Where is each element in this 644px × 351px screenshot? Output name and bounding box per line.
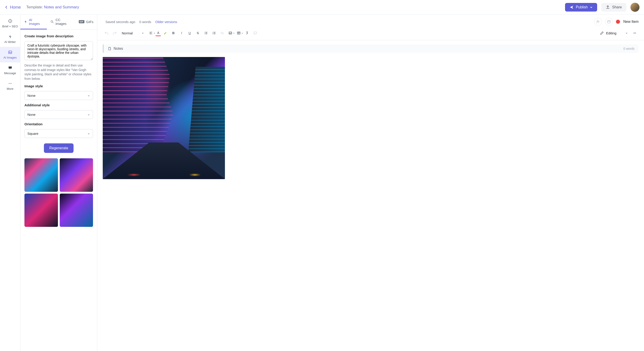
insert-image-button[interactable] xyxy=(226,29,234,37)
comment-icon xyxy=(254,31,257,35)
underline-icon: U xyxy=(188,31,191,35)
publish-button[interactable]: Publish xyxy=(565,3,597,11)
editor-body[interactable]: Notes 0 words xyxy=(97,40,644,351)
image-description-input[interactable] xyxy=(24,41,93,60)
chevron-down-icon xyxy=(590,6,593,8)
thumbnail-1[interactable] xyxy=(24,158,58,192)
tab-label: GIFs xyxy=(86,20,94,24)
bolt-icon xyxy=(24,20,27,23)
orientation-label: Orientation xyxy=(24,122,93,126)
align-button[interactable] xyxy=(147,29,155,37)
rail-item-message[interactable]: Message xyxy=(0,62,20,78)
user-avatar[interactable] xyxy=(630,3,640,12)
chevron-down-icon[interactable]: ▾ xyxy=(242,32,243,34)
bullet-list-icon xyxy=(204,31,208,35)
share-label: Share xyxy=(612,5,622,9)
left-rail: Brief + SEO AI Writer AI Images Message … xyxy=(0,15,20,351)
chevron-down-icon[interactable]: ▾ xyxy=(154,32,155,34)
svg-point-1 xyxy=(10,20,11,21)
editor-toolbar: Normal ▾ A xyxy=(97,27,644,40)
publish-label: Publish xyxy=(576,5,588,9)
collapse-panel-button[interactable] xyxy=(97,15,97,27)
header-right: Publish Share xyxy=(565,3,640,12)
undo-button[interactable] xyxy=(103,29,110,37)
thumbnail-3[interactable] xyxy=(24,194,58,227)
tab-cc-images[interactable]: CC images xyxy=(47,15,75,29)
clear-format-icon xyxy=(245,31,249,35)
image-source-tabs: AI images CC images GIF GIFs xyxy=(20,15,97,30)
svg-rect-9 xyxy=(608,20,610,23)
numbered-list-button[interactable]: 123 xyxy=(210,29,218,37)
bold-button[interactable]: B xyxy=(170,29,177,37)
paragraph-style-select[interactable]: Normal xyxy=(119,30,147,36)
chat-icon xyxy=(8,66,12,70)
italic-icon: I xyxy=(181,31,182,35)
status-label[interactable]: New Item xyxy=(623,20,638,24)
insert-table-button[interactable] xyxy=(235,29,242,37)
italic-button[interactable]: I xyxy=(178,29,185,37)
header-left: Home Template: Notes and Summary xyxy=(4,5,79,10)
send-icon xyxy=(570,5,574,9)
svg-point-4 xyxy=(8,83,9,84)
clear-format-button[interactable] xyxy=(243,29,251,37)
person-plus-icon xyxy=(596,20,600,23)
regenerate-button[interactable]: Regenerate xyxy=(44,143,74,153)
thumbnail-2[interactable] xyxy=(60,158,93,192)
bold-icon: B xyxy=(172,31,174,35)
svg-point-7 xyxy=(51,20,53,22)
tab-gifs[interactable]: GIF GIFs xyxy=(75,15,97,29)
link-button[interactable] xyxy=(218,29,226,37)
status-indicator-icon xyxy=(616,20,620,24)
image-style-select[interactable]: None xyxy=(24,91,93,100)
additional-style-label: Additional style xyxy=(24,103,93,107)
home-label: Home xyxy=(10,5,21,10)
rail-item-ai-images[interactable]: AI Images xyxy=(0,47,20,62)
redo-button[interactable] xyxy=(111,29,118,37)
strikethrough-button[interactable]: S xyxy=(194,29,202,37)
redo-icon xyxy=(113,31,117,35)
share-button[interactable]: Share xyxy=(601,3,626,11)
generated-thumbnails xyxy=(24,158,93,227)
rail-item-ai-writer[interactable]: AI Writer xyxy=(0,31,20,47)
word-count: 0 words xyxy=(140,20,152,24)
notes-word-count: 0 words xyxy=(624,47,634,50)
older-versions-link[interactable]: Older versions xyxy=(155,20,177,24)
rail-item-more[interactable]: More xyxy=(0,78,20,94)
orientation-value: Square xyxy=(28,132,38,135)
saved-status: Saved seconds ago xyxy=(106,20,135,24)
orientation-select[interactable]: Square xyxy=(24,129,93,138)
strikethrough-icon: S xyxy=(197,31,199,35)
tab-label: CC images xyxy=(56,18,72,25)
rail-item-brief-seo[interactable]: Brief + SEO xyxy=(0,15,20,31)
rail-label: Message xyxy=(4,71,16,75)
target-icon xyxy=(8,19,12,23)
font-color-button[interactable]: A xyxy=(156,30,161,36)
highlight-icon xyxy=(164,31,167,35)
template-link[interactable]: Notes and Summary xyxy=(44,5,79,9)
upload-icon xyxy=(606,5,610,9)
highlight-button[interactable] xyxy=(161,29,169,37)
thumbnail-4[interactable] xyxy=(60,194,93,227)
app-header: Home Template: Notes and Summary Publish… xyxy=(0,0,644,15)
home-link[interactable]: Home xyxy=(4,5,21,10)
chevron-left-icon xyxy=(4,5,8,9)
chevron-down-icon xyxy=(87,113,90,116)
paragraph-style-value: Normal xyxy=(122,31,132,35)
undo-icon xyxy=(104,31,108,35)
editing-mode-select[interactable]: Editing xyxy=(598,30,630,36)
comment-button[interactable] xyxy=(252,29,259,37)
ai-images-panel: AI images CC images GIF GIFs Create imag… xyxy=(20,15,97,351)
image-icon xyxy=(228,31,232,35)
svg-point-20 xyxy=(634,33,635,33)
more-toolbar-button[interactable] xyxy=(631,29,638,37)
underline-button[interactable]: U xyxy=(186,29,194,37)
add-collaborator-button[interactable] xyxy=(594,18,602,25)
bullet-list-button[interactable] xyxy=(202,29,210,37)
chevron-down-icon[interactable]: ▾ xyxy=(233,32,234,34)
tab-ai-images[interactable]: AI images xyxy=(20,15,47,29)
chevron-down-icon xyxy=(626,32,628,34)
inserted-image[interactable] xyxy=(103,57,225,179)
template-breadcrumb: Template: Notes and Summary xyxy=(26,5,79,9)
additional-style-select[interactable]: None xyxy=(24,110,93,119)
schedule-button[interactable] xyxy=(605,18,613,25)
